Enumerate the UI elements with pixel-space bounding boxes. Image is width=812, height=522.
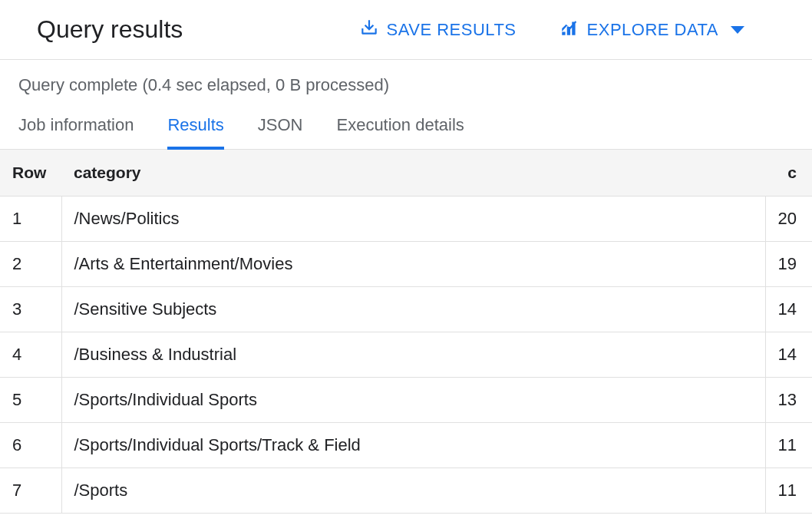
save-results-button[interactable]: SAVE RESULTS [359, 18, 517, 42]
table-row: 2/Arts & Entertainment/Movies19 [0, 242, 812, 287]
page-title: Query results [37, 15, 183, 44]
results-table: Row category c 1/News/Politics202/Arts &… [0, 150, 812, 514]
tab-job-information[interactable]: Job information [18, 104, 134, 149]
tab-results[interactable]: Results [167, 104, 223, 149]
cell-category: /Arts & Entertainment/Movies [61, 242, 765, 287]
table-row: 6/Sports/Individual Sports/Track & Field… [0, 423, 812, 468]
cell-row: 5 [0, 378, 61, 423]
tab-json[interactable]: JSON [258, 104, 303, 149]
cell-category: /Sports [61, 468, 765, 514]
table-row: 7/Sports11 [0, 468, 812, 514]
cell-c: 19 [765, 242, 812, 287]
col-header-category[interactable]: category [61, 150, 765, 197]
tab-execution-details[interactable]: Execution details [336, 104, 464, 149]
cell-row: 3 [0, 287, 61, 332]
table-row: 1/News/Politics20 [0, 197, 812, 242]
col-header-c[interactable]: c [765, 150, 812, 197]
chart-icon [559, 18, 579, 42]
cell-c: 14 [765, 287, 812, 332]
cell-c: 14 [765, 332, 812, 378]
download-icon [359, 18, 379, 42]
col-header-row[interactable]: Row [0, 150, 61, 197]
tabs: Job informationResultsJSONExecution deta… [0, 104, 812, 150]
save-results-label: SAVE RESULTS [387, 20, 517, 40]
cell-category: /Business & Industrial [61, 332, 765, 378]
cell-row: 6 [0, 423, 61, 468]
table-row: 4/Business & Industrial14 [0, 332, 812, 378]
cell-c: 13 [765, 378, 812, 423]
header: Query results SAVE RESULTS EXPLORE DATA [0, 0, 812, 60]
cell-category: /Sports/Individual Sports/Track & Field [61, 423, 765, 468]
cell-row: 2 [0, 242, 61, 287]
cell-c: 11 [765, 468, 812, 514]
cell-c: 20 [765, 197, 812, 242]
table-header-row: Row category c [0, 150, 812, 197]
cell-row: 1 [0, 197, 61, 242]
cell-row: 7 [0, 468, 61, 514]
explore-data-label: EXPLORE DATA [587, 20, 718, 40]
explore-data-button[interactable]: EXPLORE DATA [559, 18, 744, 42]
table-row: 5/Sports/Individual Sports13 [0, 378, 812, 423]
cell-category: /Sports/Individual Sports [61, 378, 765, 423]
cell-c: 11 [765, 423, 812, 468]
status-text: Query complete (0.4 sec elapsed, 0 B pro… [0, 60, 812, 104]
table-row: 3/Sensitive Subjects14 [0, 287, 812, 332]
cell-category: /News/Politics [61, 197, 765, 242]
cell-category: /Sensitive Subjects [61, 287, 765, 332]
cell-row: 4 [0, 332, 61, 378]
chevron-down-icon [731, 26, 744, 34]
action-buttons: SAVE RESULTS EXPLORE DATA [359, 18, 744, 42]
